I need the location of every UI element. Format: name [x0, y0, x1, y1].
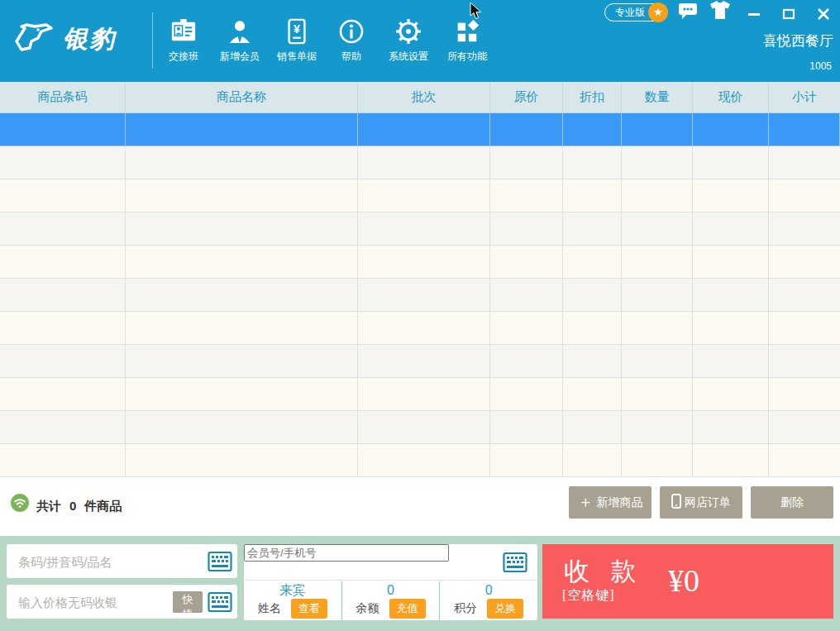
table-row[interactable] — [0, 179, 840, 213]
table-cell — [0, 279, 126, 312]
member-input-box — [244, 544, 537, 581]
table-cell — [769, 444, 840, 477]
view-member-button[interactable]: 查看 — [291, 599, 327, 619]
pro-edition-badge[interactable]: 专业版 ★ — [604, 3, 667, 22]
maximize-icon — [782, 7, 795, 23]
table-cell — [0, 312, 126, 345]
checkout-title: 收 款 — [564, 554, 644, 589]
summary-bar: 共计0件商品 ＋ 新增商品 网店订单 删除 — [0, 477, 840, 536]
toolbar-separator — [152, 12, 153, 69]
table-body — [0, 113, 840, 477]
maximize-button[interactable] — [778, 5, 799, 25]
add-product-button[interactable]: ＋ 新增商品 — [569, 486, 651, 519]
close-button[interactable] — [813, 5, 834, 25]
barcode-input-box — [7, 544, 237, 578]
total-items-text: 共计0件商品 — [36, 499, 122, 514]
name-label: 姓名 — [258, 601, 281, 616]
store-shirt-button[interactable] — [709, 2, 731, 22]
table-cell — [563, 213, 622, 246]
table-cell — [490, 146, 563, 179]
table-cell — [693, 213, 769, 246]
points-label: 积分 — [454, 601, 477, 616]
table-cell — [358, 213, 490, 246]
chat-bubble-icon — [678, 2, 698, 23]
member-number-input[interactable] — [244, 544, 449, 562]
table-cell — [622, 444, 693, 477]
table-cell — [490, 279, 563, 312]
member-name-section: 来宾 姓名 查看 — [244, 581, 341, 620]
online-order-button[interactable]: 网店订单 — [660, 486, 742, 519]
barcode-input[interactable] — [17, 544, 160, 580]
keyboard-icon[interactable] — [208, 550, 232, 573]
table-cell — [0, 146, 126, 179]
balance-label: 余额 — [356, 601, 379, 616]
table-row[interactable] — [0, 411, 840, 444]
table-cell — [126, 444, 358, 477]
member-name-value: 来宾 — [279, 583, 306, 598]
table-cell — [0, 213, 126, 246]
table-row[interactable] — [0, 444, 840, 477]
table-header-row: 商品条码 商品名称 批次 原价 折扣 数量 现价 小计 — [0, 82, 840, 113]
table-row[interactable] — [0, 146, 840, 179]
minimize-button[interactable] — [743, 5, 765, 25]
quick-button[interactable]: 快捷 — [173, 591, 203, 613]
keyboard-icon[interactable] — [503, 551, 527, 574]
table-cell — [0, 345, 126, 378]
price-input[interactable] — [17, 585, 160, 620]
table-cell — [490, 179, 563, 213]
table-cell — [563, 179, 622, 213]
store-id: 1005 — [809, 60, 832, 72]
table-cell — [126, 179, 358, 213]
table-row[interactable] — [0, 213, 840, 246]
column-header: 小计 — [769, 82, 840, 112]
table-cell — [358, 146, 490, 179]
table-row[interactable] — [0, 246, 840, 279]
feedback-chat-button[interactable] — [677, 2, 699, 22]
table-cell — [693, 179, 769, 213]
toolbar-item-add-member[interactable]: 新增会员 — [220, 18, 260, 64]
redeem-button[interactable]: 兑换 — [487, 599, 523, 619]
table-cell — [490, 345, 563, 378]
table-cell — [358, 246, 490, 279]
table-cell — [769, 345, 840, 378]
table-cell — [769, 246, 840, 279]
toolbar-item-all-functions[interactable]: 所有功能 — [447, 18, 487, 64]
star-icon: ★ — [648, 2, 668, 22]
table-cell — [769, 312, 840, 345]
table-cell — [563, 279, 622, 312]
store-name: 喜悦西餐厅 — [763, 31, 833, 50]
table-cell — [490, 312, 563, 345]
table-cell — [563, 146, 622, 179]
plus-icon: ＋ — [578, 494, 594, 509]
keyboard-icon[interactable] — [208, 590, 232, 614]
table-cell — [563, 312, 622, 345]
table-cell — [490, 113, 563, 146]
table-cell — [358, 312, 490, 345]
help-icon — [338, 18, 365, 45]
table-cell — [563, 246, 622, 279]
toolbar-item-help[interactable]: 帮助 — [338, 18, 365, 64]
table-row[interactable] — [0, 378, 840, 411]
toolbar-item-system-settings[interactable]: 系统设置 — [389, 18, 428, 64]
table-cell — [769, 179, 840, 213]
member-balance-section: 0 余额 充值 — [341, 581, 440, 620]
table-cell — [490, 213, 563, 246]
table-row[interactable] — [0, 279, 840, 312]
table-cell — [563, 113, 622, 146]
column-header: 数量 — [622, 82, 693, 112]
table-cell — [622, 246, 693, 279]
table-cell — [126, 146, 358, 179]
recharge-button[interactable]: 充值 — [389, 599, 426, 619]
checkout-button[interactable]: 收 款 [空格键] ¥0 — [542, 544, 833, 619]
price-input-box: 快捷 — [7, 585, 237, 619]
toolbar-item-sales-receipts[interactable]: ¥ 销售单据 — [277, 18, 317, 64]
table-cell — [769, 146, 840, 179]
table-row[interactable] — [0, 312, 840, 345]
table-cell — [358, 444, 490, 477]
table-cell — [126, 378, 358, 411]
toolbar-item-shift-handover[interactable]: 交接班 — [169, 18, 198, 64]
points-value: 0 — [485, 583, 493, 598]
delete-button[interactable]: 删除 — [751, 486, 833, 519]
table-row[interactable] — [0, 345, 840, 378]
table-row[interactable] — [0, 113, 840, 146]
